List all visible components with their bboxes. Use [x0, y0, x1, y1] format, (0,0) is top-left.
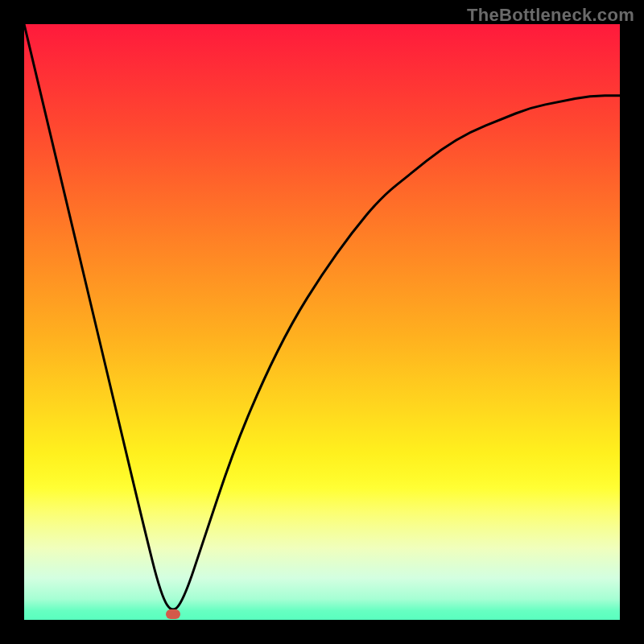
attribution-text: TheBottleneck.com: [467, 5, 634, 26]
chart-frame: TheBottleneck.com: [0, 0, 644, 644]
bottom-haze: [24, 477, 620, 620]
plot-area: [24, 24, 620, 620]
bottleneck-curve: [24, 24, 620, 620]
optimum-marker: [166, 609, 180, 619]
